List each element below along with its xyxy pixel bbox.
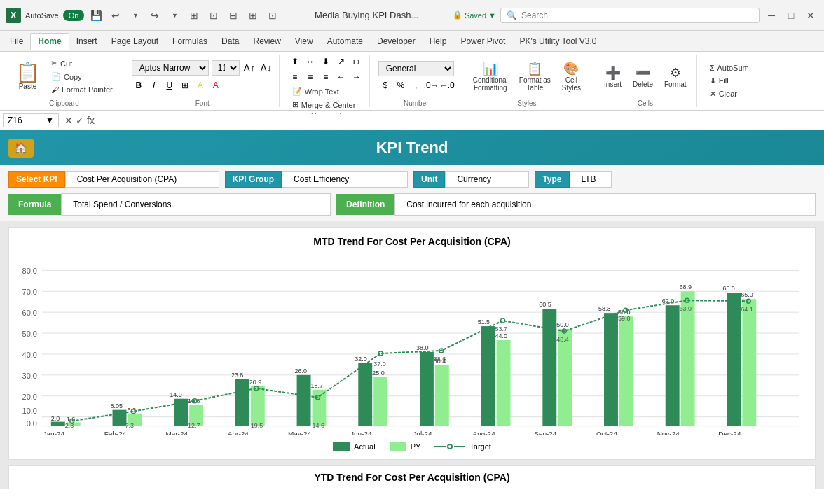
increase-decimal-btn[interactable]: .0→ — [425, 78, 439, 92]
kpi-controls-row1: Select KPI Cost Per Acquisition (CPA) KP… — [0, 165, 824, 193]
font-size-dropdown[interactable]: 11 — [212, 60, 240, 76]
view-btn4[interactable]: ⊞ — [245, 8, 261, 23]
excel-icon: X — [6, 8, 21, 23]
cut-button[interactable]: ✂Cut — [47, 57, 117, 69]
border-btn[interactable]: ⊞ — [178, 78, 192, 92]
ribbon-group-font: Aptos Narrow 11 A↑ A↓ B I U ⊞ A A Font — [126, 55, 280, 107]
grid-view-btn[interactable]: ⊞ — [186, 8, 202, 23]
target-line — [72, 300, 749, 421]
tab-pk-utility[interactable]: PK's Utility Tool V3.0 — [512, 34, 603, 49]
tab-developer[interactable]: Developer — [370, 34, 423, 49]
autosave-toggle[interactable]: On — [63, 10, 85, 21]
cell-styles-btn[interactable]: 🎨 Cell Styles — [558, 58, 585, 94]
chart-legend: Actual PY Target — [18, 442, 806, 451]
tab-home[interactable]: Home — [30, 33, 69, 50]
svg-text:32.0: 32.0 — [355, 356, 366, 363]
increase-indent-btn[interactable]: → — [350, 70, 364, 84]
copy-button[interactable]: 📄Copy — [47, 71, 117, 83]
view-btn3[interactable]: ⊟ — [226, 8, 241, 23]
tab-file[interactable]: File — [3, 34, 30, 49]
tab-automate[interactable]: Automate — [320, 34, 370, 49]
insert-function-icon[interactable]: fx — [87, 115, 95, 126]
decrease-indent-btn[interactable]: ← — [334, 70, 348, 84]
tab-formulas[interactable]: Formulas — [165, 34, 214, 49]
bold-btn[interactable]: B — [132, 78, 146, 92]
tab-review[interactable]: Review — [246, 34, 287, 49]
tab-view[interactable]: View — [288, 34, 320, 49]
align-center-btn[interactable]: ≡ — [303, 70, 317, 84]
minimize-btn[interactable]: ─ — [764, 8, 779, 23]
align-middle-btn[interactable]: ↔ — [303, 55, 317, 69]
clear-btn[interactable]: ✕ Clear — [706, 88, 753, 100]
svg-text:38.6: 38.6 — [434, 356, 446, 363]
formula-input[interactable] — [100, 114, 821, 127]
svg-text:60.5: 60.5 — [539, 301, 551, 308]
font-name-dropdown[interactable]: Aptos Narrow — [132, 60, 209, 76]
tab-power-pivot[interactable]: Power Pivot — [453, 34, 512, 49]
close-btn[interactable]: ✕ — [803, 8, 818, 23]
tab-insert[interactable]: Insert — [69, 34, 104, 49]
saved-badge: 🔒 Saved ▼ — [453, 10, 496, 20]
conditional-formatting-btn[interactable]: 📊 Conditional Formatting — [469, 58, 512, 94]
save-button[interactable]: 💾 — [88, 8, 104, 23]
number-format-dropdown[interactable]: General — [378, 61, 454, 76]
tab-page-layout[interactable]: Page Layout — [104, 34, 165, 49]
kpi-group-label: KPI Group — [225, 171, 282, 188]
redo-dropdown[interactable]: ▼ — [167, 8, 182, 23]
autosum-btn[interactable]: Σ AutoSum — [706, 62, 753, 74]
italic-btn[interactable]: I — [147, 78, 161, 92]
font-color-btn[interactable]: A — [209, 78, 223, 92]
home-icon[interactable]: 🏠 — [8, 139, 34, 158]
svg-text:Jan-24: Jan-24 — [43, 430, 65, 435]
insert-btn[interactable]: ➕ Insert — [600, 62, 626, 91]
legend-py-color — [390, 442, 406, 451]
svg-text:50.0: 50.0 — [22, 330, 37, 338]
indent-btn[interactable]: ↦ — [350, 55, 364, 69]
merge-center-btn[interactable]: ⊞ Merge & Center — [288, 99, 360, 111]
view-btn5[interactable]: ⊡ — [265, 8, 280, 23]
underline-btn[interactable]: U — [163, 78, 177, 92]
font-grow-btn[interactable]: A↑ — [242, 61, 256, 75]
svg-text:80.0: 80.0 — [22, 267, 37, 275]
align-top-btn[interactable]: ⬆ — [288, 55, 302, 69]
font-shrink-btn[interactable]: A↓ — [259, 61, 273, 75]
fill-btn[interactable]: ⬇ Fill — [706, 75, 753, 87]
redo-button[interactable]: ↪ — [147, 8, 163, 23]
select-kpi-value[interactable]: Cost Per Acquisition (CPA) — [65, 171, 219, 188]
wrap-text-btn[interactable]: 📝 Wrap Text — [288, 85, 343, 97]
cell-reference[interactable]: Z16 ▼ — [3, 113, 59, 127]
delete-btn[interactable]: ➖ Delete — [629, 62, 657, 91]
type-value[interactable]: LTB — [570, 171, 612, 188]
tab-help[interactable]: Help — [423, 34, 454, 49]
undo-button[interactable]: ↩ — [108, 8, 123, 23]
legend-py: PY — [390, 442, 421, 451]
undo-dropdown[interactable]: ▼ — [128, 8, 143, 23]
tab-data[interactable]: Data — [214, 34, 246, 49]
view-btn2[interactable]: ⊡ — [206, 8, 221, 23]
format-as-table-btn[interactable]: 📋 Format as Table — [515, 58, 555, 94]
unit-value[interactable]: Currency — [445, 171, 529, 188]
currency-btn[interactable]: $ — [378, 78, 392, 92]
align-bottom-btn[interactable]: ⬇ — [319, 55, 333, 69]
align-left-btn[interactable]: ≡ — [288, 70, 302, 84]
format-painter-button[interactable]: 🖌Format Painter — [47, 84, 117, 95]
comma-btn[interactable]: , — [409, 78, 423, 92]
search-input[interactable] — [521, 10, 732, 20]
percent-btn[interactable]: % — [394, 78, 408, 92]
fill-color-btn[interactable]: A — [193, 78, 207, 92]
maximize-btn[interactable]: □ — [783, 8, 799, 23]
cancel-formula-icon[interactable]: ✕ — [64, 115, 73, 126]
decrease-decimal-btn[interactable]: ←.0 — [440, 78, 454, 92]
svg-text:68.0: 68.0 — [722, 285, 734, 292]
legend-target: Target — [434, 442, 491, 451]
paste-button[interactable]: 📋 Paste — [11, 60, 44, 93]
bar-actual-dec — [727, 293, 741, 426]
svg-text:Jul-24: Jul-24 — [413, 430, 432, 435]
align-right-btn[interactable]: ≡ — [319, 70, 333, 84]
search-box[interactable]: 🔍 — [500, 8, 760, 23]
confirm-formula-icon[interactable]: ✓ — [76, 115, 84, 126]
format-btn[interactable]: ⚙ Format — [660, 62, 691, 91]
kpi-group-value[interactable]: Cost Efficiency — [282, 171, 408, 188]
text-angle-btn[interactable]: ↗ — [334, 55, 348, 69]
select-kpi-label: Select KPI — [8, 171, 65, 188]
